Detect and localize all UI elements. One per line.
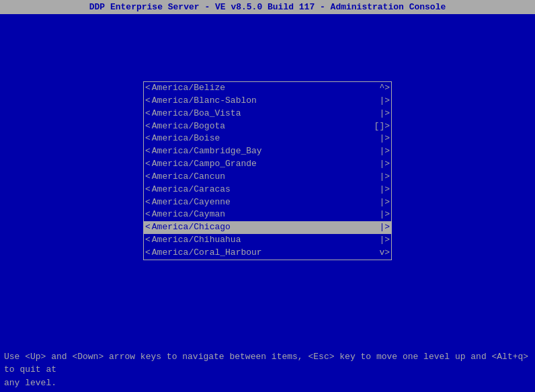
list-item[interactable]: < America/Chicago | > (144, 221, 391, 234)
item-suffix: > (384, 196, 390, 209)
item-prefix: < (145, 221, 151, 234)
item-suffix: > (384, 132, 390, 145)
item-suffix: > (384, 95, 390, 108)
item-scroll: [] (372, 120, 385, 133)
item-suffix: > (384, 108, 390, 120)
item-suffix: > (384, 120, 390, 133)
item-text: America/Blanc-Sablon (152, 95, 377, 108)
item-prefix: < (145, 234, 151, 247)
item-text: America/Cayenne (152, 196, 377, 209)
item-text: America/Campo_Grande (152, 158, 377, 171)
list-item[interactable]: < America/Cambridge_Bay | > (144, 145, 391, 158)
list-item[interactable]: < America/Caracas | > (144, 184, 391, 196)
item-scroll: | (376, 196, 384, 209)
item-suffix: > (384, 145, 390, 158)
item-text: America/Boa_Vista (152, 108, 377, 120)
item-suffix: > (384, 171, 390, 184)
item-text: America/Coral_Harbour (152, 247, 377, 260)
title-text: DDP Enterprise Server - VE v8.5.0 Build … (89, 2, 446, 12)
list-item[interactable]: < America/Belize ^ > (144, 82, 391, 95)
item-prefix: < (145, 208, 151, 221)
item-text: America/Caracas (152, 184, 377, 196)
item-scroll: | (376, 184, 384, 196)
list-box[interactable]: < America/Belize ^ >< America/Blanc-Sabl… (143, 81, 392, 260)
title-bar: DDP Enterprise Server - VE v8.5.0 Build … (0, 0, 535, 14)
list-item[interactable]: < America/Chihuahua | > (144, 234, 391, 247)
item-scroll: | (376, 158, 384, 171)
list-item[interactable]: < America/Coral_Harbour v > (144, 247, 391, 260)
item-text: America/Cayman (152, 208, 377, 221)
item-text: America/Boise (152, 132, 377, 145)
item-suffix: > (384, 234, 390, 247)
item-prefix: < (145, 82, 151, 95)
list-item[interactable]: < America/Cayenne | > (144, 196, 391, 209)
item-scroll: | (376, 208, 384, 221)
item-prefix: < (145, 108, 151, 120)
status-line2: any level. (4, 377, 531, 390)
item-prefix: < (145, 184, 151, 196)
item-text: America/Belize (152, 82, 377, 95)
list-item[interactable]: < America/Boa_Vista | > (144, 108, 391, 120)
item-suffix: > (384, 221, 390, 234)
item-scroll: | (376, 171, 384, 184)
item-scroll: | (376, 221, 384, 234)
item-scroll: | (376, 95, 384, 108)
item-suffix: > (384, 184, 390, 196)
item-scroll: | (376, 145, 384, 158)
item-text: America/Chihuahua (152, 234, 377, 247)
item-prefix: < (145, 145, 151, 158)
item-prefix: < (145, 120, 151, 133)
item-prefix: < (145, 95, 151, 108)
item-text: America/Bogota (152, 120, 372, 133)
list-item[interactable]: < America/Campo_Grande | > (144, 158, 391, 171)
list-item[interactable]: < America/Boise | > (144, 132, 391, 145)
item-text: America/Cambridge_Bay (152, 145, 377, 158)
item-prefix: < (145, 171, 151, 184)
item-suffix: > (384, 82, 390, 95)
list-item[interactable]: < America/Blanc-Sablon | > (144, 95, 391, 108)
status-line1: Use <Up> and <Down> arrow keys to naviga… (4, 350, 531, 377)
item-scroll: v (376, 247, 384, 260)
item-text: America/Cancun (152, 171, 377, 184)
list-item[interactable]: < America/Bogota [] > (144, 120, 391, 133)
item-scroll: | (376, 108, 384, 120)
item-prefix: < (145, 158, 151, 171)
item-suffix: > (384, 247, 390, 260)
item-scroll: | (376, 132, 384, 145)
item-suffix: > (384, 208, 390, 221)
item-prefix: < (145, 132, 151, 145)
list-item[interactable]: < America/Cancun | > (144, 171, 391, 184)
item-text: America/Chicago (152, 221, 377, 234)
item-scroll: | (376, 234, 384, 247)
main-content: < America/Belize ^ >< America/Blanc-Sabl… (0, 14, 535, 260)
status-bar: Use <Up> and <Down> arrow keys to naviga… (0, 348, 535, 393)
list-item[interactable]: < America/Cayman | > (144, 208, 391, 221)
item-scroll: ^ (376, 82, 384, 95)
item-suffix: > (384, 158, 390, 171)
item-prefix: < (145, 196, 151, 209)
item-prefix: < (145, 247, 151, 260)
